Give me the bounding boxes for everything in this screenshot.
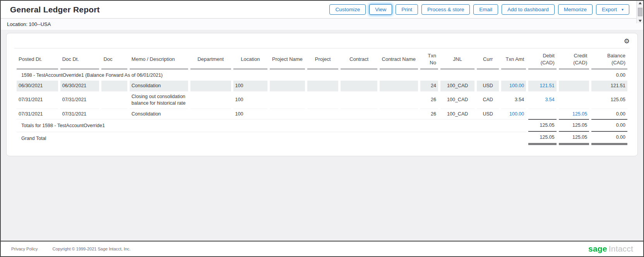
- scrollbar-thumb[interactable]: [638, 8, 642, 16]
- cell-balance: 121.51: [591, 81, 627, 91]
- column-header-txn-no: Txn No: [420, 48, 438, 69]
- cell-credit: [559, 91, 589, 109]
- cell-contract: [341, 81, 377, 91]
- view-button[interactable]: View: [369, 4, 392, 15]
- totals-row-debit: 125.05: [528, 119, 556, 132]
- export-button[interactable]: Export▾: [596, 4, 629, 15]
- cell-debit: 121.51: [528, 81, 556, 91]
- scrollbar-up-arrow-icon[interactable]: [639, 2, 642, 4]
- column-header-contract: Contract: [341, 48, 377, 69]
- cell-contract-name: [380, 81, 418, 91]
- copyright-text: Copyright © 1999-2021 Sage Intacct, Inc.: [52, 247, 130, 251]
- top-bar: General Ledger Report CustomizeViewPrint…: [1, 1, 643, 19]
- grand-total-row-credit: 125.05: [559, 132, 589, 145]
- cell-txn-amt: 3.54: [501, 91, 526, 109]
- cell-project-name: [270, 109, 305, 119]
- cell-debit: [528, 109, 556, 119]
- cell-project-name: [270, 91, 305, 109]
- totals-row-label: Totals for 1598 - TestAccountOverride1: [17, 119, 526, 132]
- cell-project: [307, 91, 339, 109]
- cell-posted-dt: 07/31/2021: [17, 91, 58, 109]
- footer: Privacy Policy Copyright © 1999-2021 Sag…: [1, 241, 643, 256]
- cell-credit: [559, 81, 589, 91]
- txn-amt-drilldown-link[interactable]: 100.00: [509, 83, 524, 88]
- table-row: 06/30/202106/30/2021Consolidation1002410…: [17, 81, 627, 91]
- column-header-credit: Credit (CAD): [559, 48, 589, 69]
- credit-drilldown-link[interactable]: 125.05: [572, 111, 587, 117]
- cell-location: 100: [233, 109, 268, 119]
- cell-doc: [101, 81, 127, 91]
- cell-memo: Consolidation: [130, 109, 188, 119]
- cell-txn-amt: 100.00: [501, 81, 526, 91]
- totals-row-credit: 125.05: [559, 119, 589, 132]
- cell-memo: Consolidation: [130, 81, 188, 91]
- email-button[interactable]: Email: [473, 4, 498, 15]
- totals-row-balance: 0.00: [591, 119, 627, 132]
- privacy-policy-link[interactable]: Privacy Policy: [11, 247, 38, 251]
- location-bar: Location: 100--USA: [1, 19, 643, 30]
- location-label: Location: 100--USA: [7, 21, 51, 27]
- debit-drilldown-link[interactable]: 121.51: [540, 83, 555, 88]
- account-header-row: 1598 - TestAccountOverride1 (Balance For…: [17, 69, 627, 81]
- gl-table: Posted Dt.Doc Dt.DocMemo / DescriptionDe…: [14, 48, 630, 145]
- cell-txn-no: 26: [420, 109, 438, 119]
- cell-project: [307, 109, 339, 119]
- cell-posted-dt: 07/31/2021: [17, 109, 58, 119]
- cell-posted-dt: 06/30/2021: [17, 81, 58, 91]
- gear-icon[interactable]: ⚙: [624, 37, 630, 46]
- column-header-contract-name: Contract Name: [380, 48, 418, 69]
- page-title: General Ledger Report: [10, 5, 100, 14]
- account-header-text: 1598 - TestAccountOverride1 (Balance For…: [17, 69, 589, 81]
- cell-doc-dt: 07/31/2021: [60, 91, 99, 109]
- app-window: General Ledger Report CustomizeViewPrint…: [0, 0, 644, 257]
- column-header-curr: Curr: [477, 48, 498, 69]
- report-panel: ⚙ Posted Dt.Doc Dt.DocMemo / Description…: [6, 33, 638, 156]
- cell-contract: [341, 109, 377, 119]
- add-to-dashboard-button[interactable]: Add to dashboard: [502, 4, 555, 15]
- vertical-scrollbar[interactable]: [636, 1, 643, 23]
- cell-txn-amt: 100.00: [501, 109, 526, 119]
- cell-jnl: 100_CAD: [440, 81, 475, 91]
- debit-drilldown-link[interactable]: 3.54: [545, 97, 554, 102]
- column-header-jnl: JNL: [440, 48, 475, 69]
- cell-location: 100: [233, 81, 268, 91]
- grand-total-row-balance: 0.00: [591, 132, 627, 145]
- column-header-memo: Memo / Description: [130, 48, 188, 69]
- cell-curr: CAD: [477, 91, 498, 109]
- memorize-button[interactable]: Memorize: [558, 4, 593, 15]
- column-header-project-name: Project Name: [270, 48, 305, 69]
- column-header-doc: Doc: [101, 48, 127, 69]
- cell-project: [307, 81, 339, 91]
- cell-location: 100: [233, 91, 268, 109]
- cell-txn-no: 26: [420, 91, 438, 109]
- cell-balance: 125.05: [591, 91, 627, 109]
- cell-curr: USD: [477, 81, 498, 91]
- cell-credit: 125.05: [559, 109, 589, 119]
- cell-debit: 3.54: [528, 91, 556, 109]
- process-store-button[interactable]: Process & store: [421, 4, 470, 15]
- scrollbar-down-arrow-icon[interactable]: [639, 20, 642, 22]
- cell-project-name: [270, 81, 305, 91]
- print-button[interactable]: Print: [396, 4, 418, 15]
- grand-total-row-debit: 125.05: [528, 132, 556, 145]
- totals-row: Totals for 1598 - TestAccountOverride112…: [17, 119, 627, 132]
- cell-doc-dt: 06/30/2021: [60, 81, 99, 91]
- cell-contract-name: [380, 109, 418, 119]
- cell-department: [190, 109, 231, 119]
- action-buttons: CustomizeViewPrintProcess & storeEmailAd…: [329, 4, 629, 15]
- table-row: 07/31/202107/31/2021Consolidation1002610…: [17, 109, 627, 119]
- cell-doc: [101, 109, 127, 119]
- column-header-project: Project: [307, 48, 339, 69]
- customize-button[interactable]: Customize: [329, 4, 366, 15]
- cell-txn-no: 24: [420, 81, 438, 91]
- column-header-doc-dt: Doc Dt.: [60, 48, 99, 69]
- grand-total-row: Grand Total125.05125.050.00: [17, 132, 627, 145]
- panel-toolbar: ⚙: [14, 37, 630, 46]
- column-header-debit: Debit (CAD): [528, 48, 556, 69]
- content-area: ⚙ Posted Dt.Doc Dt.DocMemo / Description…: [1, 30, 643, 159]
- column-header-posted-dt: Posted Dt.: [17, 48, 58, 69]
- txn-amt-drilldown-link[interactable]: 100.00: [509, 111, 524, 117]
- table-header-row: Posted Dt.Doc Dt.DocMemo / DescriptionDe…: [17, 48, 627, 69]
- sage-logo-text: sage: [588, 244, 607, 253]
- column-header-balance: Balance (CAD): [591, 48, 627, 69]
